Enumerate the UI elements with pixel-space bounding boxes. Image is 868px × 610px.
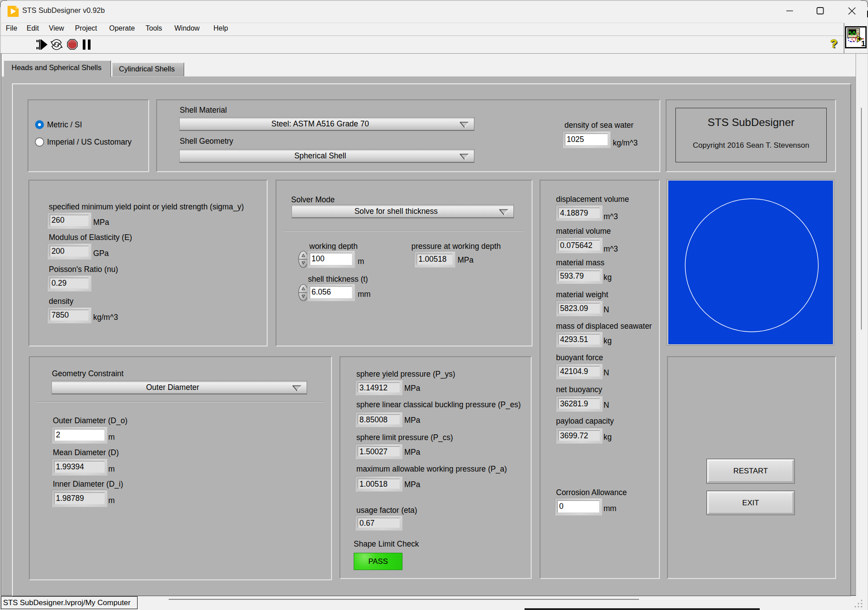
svg-text:1: 1 [861, 39, 865, 47]
